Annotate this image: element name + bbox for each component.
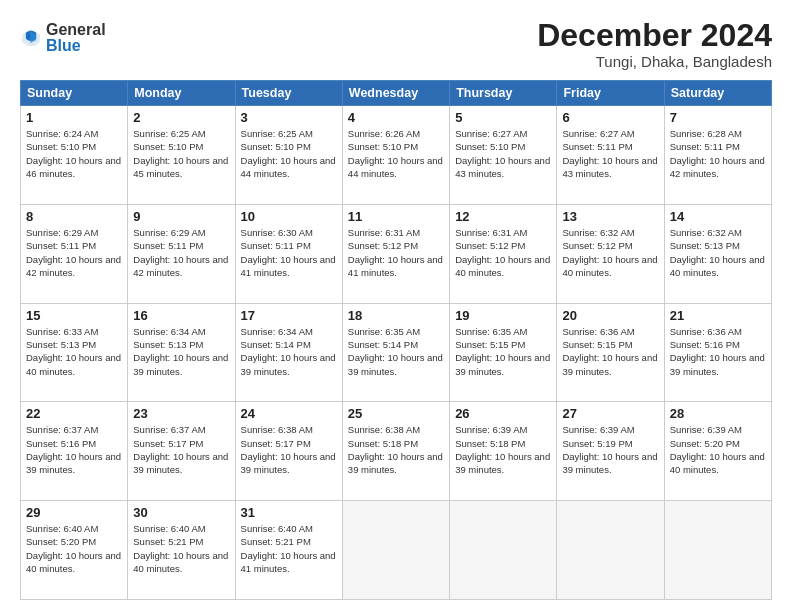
col-saturday: Saturday bbox=[664, 81, 771, 106]
day-info: Sunrise: 6:31 AMSunset: 5:12 PMDaylight:… bbox=[455, 226, 551, 279]
day-info: Sunrise: 6:35 AMSunset: 5:15 PMDaylight:… bbox=[455, 325, 551, 378]
table-row: 18Sunrise: 6:35 AMSunset: 5:14 PMDayligh… bbox=[342, 303, 449, 402]
day-number: 31 bbox=[241, 505, 337, 520]
day-info: Sunrise: 6:39 AMSunset: 5:19 PMDaylight:… bbox=[562, 423, 658, 476]
calendar-week-row: 8Sunrise: 6:29 AMSunset: 5:11 PMDaylight… bbox=[21, 204, 772, 303]
table-row: 6Sunrise: 6:27 AMSunset: 5:11 PMDaylight… bbox=[557, 106, 664, 205]
table-row: 29Sunrise: 6:40 AMSunset: 5:20 PMDayligh… bbox=[21, 501, 128, 600]
day-number: 20 bbox=[562, 308, 658, 323]
table-row: 11Sunrise: 6:31 AMSunset: 5:12 PMDayligh… bbox=[342, 204, 449, 303]
empty-cell bbox=[557, 501, 664, 600]
table-row: 17Sunrise: 6:34 AMSunset: 5:14 PMDayligh… bbox=[235, 303, 342, 402]
month-year: December 2024 bbox=[537, 18, 772, 53]
table-row: 25Sunrise: 6:38 AMSunset: 5:18 PMDayligh… bbox=[342, 402, 449, 501]
day-number: 4 bbox=[348, 110, 444, 125]
table-row: 4Sunrise: 6:26 AMSunset: 5:10 PMDaylight… bbox=[342, 106, 449, 205]
day-info: Sunrise: 6:28 AMSunset: 5:11 PMDaylight:… bbox=[670, 127, 766, 180]
empty-cell bbox=[664, 501, 771, 600]
day-number: 23 bbox=[133, 406, 229, 421]
table-row: 2Sunrise: 6:25 AMSunset: 5:10 PMDaylight… bbox=[128, 106, 235, 205]
table-row: 13Sunrise: 6:32 AMSunset: 5:12 PMDayligh… bbox=[557, 204, 664, 303]
day-info: Sunrise: 6:29 AMSunset: 5:11 PMDaylight:… bbox=[26, 226, 122, 279]
day-info: Sunrise: 6:25 AMSunset: 5:10 PMDaylight:… bbox=[241, 127, 337, 180]
logo: General Blue bbox=[20, 22, 106, 54]
table-row: 21Sunrise: 6:36 AMSunset: 5:16 PMDayligh… bbox=[664, 303, 771, 402]
day-info: Sunrise: 6:32 AMSunset: 5:12 PMDaylight:… bbox=[562, 226, 658, 279]
day-info: Sunrise: 6:40 AMSunset: 5:20 PMDaylight:… bbox=[26, 522, 122, 575]
day-number: 29 bbox=[26, 505, 122, 520]
table-row: 20Sunrise: 6:36 AMSunset: 5:15 PMDayligh… bbox=[557, 303, 664, 402]
day-info: Sunrise: 6:27 AMSunset: 5:10 PMDaylight:… bbox=[455, 127, 551, 180]
day-info: Sunrise: 6:34 AMSunset: 5:13 PMDaylight:… bbox=[133, 325, 229, 378]
day-info: Sunrise: 6:40 AMSunset: 5:21 PMDaylight:… bbox=[241, 522, 337, 575]
day-number: 18 bbox=[348, 308, 444, 323]
col-friday: Friday bbox=[557, 81, 664, 106]
day-info: Sunrise: 6:39 AMSunset: 5:18 PMDaylight:… bbox=[455, 423, 551, 476]
day-number: 12 bbox=[455, 209, 551, 224]
day-info: Sunrise: 6:25 AMSunset: 5:10 PMDaylight:… bbox=[133, 127, 229, 180]
day-number: 26 bbox=[455, 406, 551, 421]
table-row: 26Sunrise: 6:39 AMSunset: 5:18 PMDayligh… bbox=[450, 402, 557, 501]
day-info: Sunrise: 6:30 AMSunset: 5:11 PMDaylight:… bbox=[241, 226, 337, 279]
day-info: Sunrise: 6:38 AMSunset: 5:18 PMDaylight:… bbox=[348, 423, 444, 476]
day-number: 3 bbox=[241, 110, 337, 125]
logo-blue-text: Blue bbox=[46, 38, 106, 54]
header: General Blue December 2024 Tungi, Dhaka,… bbox=[20, 18, 772, 70]
day-number: 11 bbox=[348, 209, 444, 224]
day-number: 10 bbox=[241, 209, 337, 224]
day-info: Sunrise: 6:33 AMSunset: 5:13 PMDaylight:… bbox=[26, 325, 122, 378]
day-info: Sunrise: 6:36 AMSunset: 5:15 PMDaylight:… bbox=[562, 325, 658, 378]
empty-cell bbox=[342, 501, 449, 600]
table-row: 14Sunrise: 6:32 AMSunset: 5:13 PMDayligh… bbox=[664, 204, 771, 303]
day-number: 27 bbox=[562, 406, 658, 421]
calendar-table: Sunday Monday Tuesday Wednesday Thursday… bbox=[20, 80, 772, 600]
table-row: 27Sunrise: 6:39 AMSunset: 5:19 PMDayligh… bbox=[557, 402, 664, 501]
day-info: Sunrise: 6:38 AMSunset: 5:17 PMDaylight:… bbox=[241, 423, 337, 476]
day-info: Sunrise: 6:24 AMSunset: 5:10 PMDaylight:… bbox=[26, 127, 122, 180]
day-number: 30 bbox=[133, 505, 229, 520]
logo-text: General Blue bbox=[46, 22, 106, 54]
day-info: Sunrise: 6:35 AMSunset: 5:14 PMDaylight:… bbox=[348, 325, 444, 378]
calendar-header-row: Sunday Monday Tuesday Wednesday Thursday… bbox=[21, 81, 772, 106]
day-info: Sunrise: 6:34 AMSunset: 5:14 PMDaylight:… bbox=[241, 325, 337, 378]
logo-general-text: General bbox=[46, 22, 106, 38]
title-section: December 2024 Tungi, Dhaka, Bangladesh bbox=[537, 18, 772, 70]
table-row: 10Sunrise: 6:30 AMSunset: 5:11 PMDayligh… bbox=[235, 204, 342, 303]
day-number: 6 bbox=[562, 110, 658, 125]
day-info: Sunrise: 6:31 AMSunset: 5:12 PMDaylight:… bbox=[348, 226, 444, 279]
table-row: 24Sunrise: 6:38 AMSunset: 5:17 PMDayligh… bbox=[235, 402, 342, 501]
calendar-week-row: 1Sunrise: 6:24 AMSunset: 5:10 PMDaylight… bbox=[21, 106, 772, 205]
day-number: 1 bbox=[26, 110, 122, 125]
day-info: Sunrise: 6:40 AMSunset: 5:21 PMDaylight:… bbox=[133, 522, 229, 575]
location: Tungi, Dhaka, Bangladesh bbox=[537, 53, 772, 70]
table-row: 3Sunrise: 6:25 AMSunset: 5:10 PMDaylight… bbox=[235, 106, 342, 205]
day-number: 19 bbox=[455, 308, 551, 323]
day-info: Sunrise: 6:29 AMSunset: 5:11 PMDaylight:… bbox=[133, 226, 229, 279]
calendar-week-row: 22Sunrise: 6:37 AMSunset: 5:16 PMDayligh… bbox=[21, 402, 772, 501]
day-number: 22 bbox=[26, 406, 122, 421]
day-info: Sunrise: 6:37 AMSunset: 5:16 PMDaylight:… bbox=[26, 423, 122, 476]
day-number: 25 bbox=[348, 406, 444, 421]
day-number: 24 bbox=[241, 406, 337, 421]
table-row: 28Sunrise: 6:39 AMSunset: 5:20 PMDayligh… bbox=[664, 402, 771, 501]
col-tuesday: Tuesday bbox=[235, 81, 342, 106]
day-number: 16 bbox=[133, 308, 229, 323]
table-row: 31Sunrise: 6:40 AMSunset: 5:21 PMDayligh… bbox=[235, 501, 342, 600]
day-number: 5 bbox=[455, 110, 551, 125]
empty-cell bbox=[450, 501, 557, 600]
col-wednesday: Wednesday bbox=[342, 81, 449, 106]
table-row: 16Sunrise: 6:34 AMSunset: 5:13 PMDayligh… bbox=[128, 303, 235, 402]
day-number: 2 bbox=[133, 110, 229, 125]
col-sunday: Sunday bbox=[21, 81, 128, 106]
table-row: 19Sunrise: 6:35 AMSunset: 5:15 PMDayligh… bbox=[450, 303, 557, 402]
day-number: 28 bbox=[670, 406, 766, 421]
day-info: Sunrise: 6:27 AMSunset: 5:11 PMDaylight:… bbox=[562, 127, 658, 180]
table-row: 23Sunrise: 6:37 AMSunset: 5:17 PMDayligh… bbox=[128, 402, 235, 501]
day-number: 15 bbox=[26, 308, 122, 323]
logo-icon bbox=[20, 27, 42, 49]
table-row: 22Sunrise: 6:37 AMSunset: 5:16 PMDayligh… bbox=[21, 402, 128, 501]
day-number: 21 bbox=[670, 308, 766, 323]
table-row: 8Sunrise: 6:29 AMSunset: 5:11 PMDaylight… bbox=[21, 204, 128, 303]
day-number: 13 bbox=[562, 209, 658, 224]
day-info: Sunrise: 6:32 AMSunset: 5:13 PMDaylight:… bbox=[670, 226, 766, 279]
